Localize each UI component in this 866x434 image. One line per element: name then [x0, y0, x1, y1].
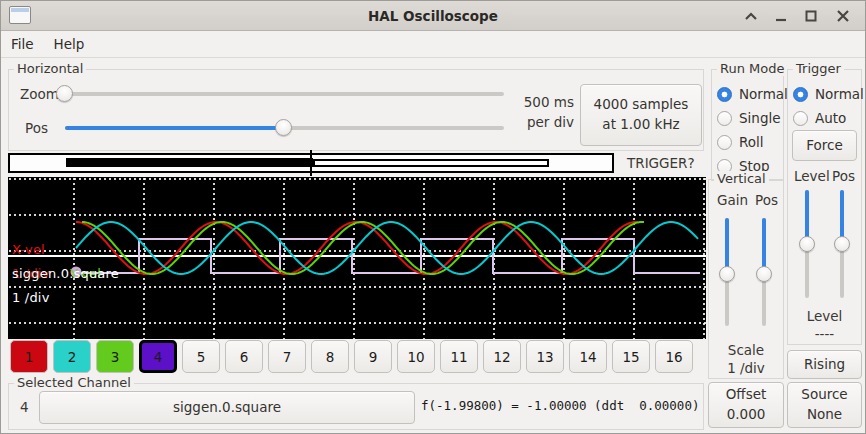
channel-button-13[interactable]: 13	[526, 340, 564, 373]
horizontal-group-label: Horizontal	[14, 61, 86, 76]
vertical-group: Vertical Gain Pos Scale 1 /div	[708, 179, 784, 379]
trigger-group-label: Trigger	[793, 61, 844, 76]
menu-file[interactable]: File	[1, 32, 44, 56]
hal-oscilloscope-window: HAL Oscilloscope File Help Horizontal Zo…	[0, 0, 866, 434]
vertical-gain-label: Gain	[717, 192, 748, 208]
force-trigger-button[interactable]: Force	[792, 130, 857, 161]
trigger-normal-label: Normal	[815, 86, 864, 102]
channel-button-1[interactable]: 1	[10, 340, 48, 373]
channel-source-label: siggen.0.square	[173, 398, 281, 418]
samples-button[interactable]: 4000 samples at 1.00 kHz	[580, 84, 702, 146]
timebase-value-line1: 500 ms	[512, 94, 574, 110]
offset-button-line2: 0.000	[727, 405, 766, 425]
samples-line2: at 1.00 kHz	[602, 115, 679, 135]
maximize-icon	[805, 10, 817, 22]
vertical-scale-value: 1 /div	[709, 360, 783, 376]
trace-y-vel	[82, 222, 644, 274]
source-button-line2: None	[807, 405, 842, 425]
horizontal-group: Horizontal Zoom Pos 500 ms per div 4000 …	[8, 69, 704, 151]
trigger-level-column-label: Level	[794, 168, 830, 184]
trigger-level-caption: Level	[788, 308, 861, 324]
record-pending-segment	[313, 159, 549, 167]
scope-canvas-svg	[8, 177, 706, 339]
channel-button-14[interactable]: 14	[569, 340, 607, 373]
trigger-level-value: ----	[788, 326, 861, 342]
selected-channel-group: Selected Channel 4 siggen.0.square f(-1.…	[8, 383, 704, 430]
trigger-auto-label: Auto	[815, 110, 846, 126]
trigger-radio-normal[interactable]: Normal	[793, 84, 864, 104]
close-icon	[837, 10, 849, 22]
trigger-source-button[interactable]: Source None	[787, 382, 862, 428]
channel-button-7[interactable]: 7	[268, 340, 306, 373]
pos-slider-label: Pos	[25, 120, 48, 136]
vertical-gain-slider[interactable]	[718, 216, 736, 328]
vertical-gain-handle[interactable]	[719, 266, 735, 282]
pos-slider-fill	[65, 126, 284, 130]
run-mode-group-label: Run Mode	[717, 61, 787, 76]
channel-button-12[interactable]: 12	[483, 340, 521, 373]
channel-row: 12345678910111213141516	[10, 340, 693, 373]
radio-selected-icon	[717, 87, 732, 102]
channel-button-15[interactable]: 15	[612, 340, 650, 373]
vertical-pos-slider[interactable]	[755, 216, 773, 328]
runmode-radio-single[interactable]: Single	[717, 108, 781, 128]
chevron-up-icon	[745, 12, 757, 20]
runmode-single-label: Single	[739, 110, 781, 126]
close-button[interactable]	[831, 4, 855, 28]
channel-button-16[interactable]: 16	[655, 340, 693, 373]
trigger-edge-button[interactable]: Rising	[787, 350, 862, 379]
selected-channel-number: 4	[20, 399, 29, 415]
samples-line1: 4000 samples	[594, 95, 689, 115]
vertical-offset-button[interactable]: Offset 0.000	[708, 382, 784, 428]
run-mode-group: Run Mode Normal Single Roll Stop	[711, 69, 784, 181]
scope-selected-channel-label: siggen.0.square	[12, 266, 119, 281]
record-filled-segment	[66, 158, 313, 167]
menubar: File Help	[1, 31, 865, 58]
source-button-line1: Source	[801, 385, 847, 405]
minimize-button[interactable]	[769, 4, 793, 28]
runmode-radio-normal[interactable]: Normal	[717, 84, 788, 104]
channel-button-5[interactable]: 5	[182, 340, 220, 373]
rising-button-label: Rising	[804, 355, 845, 375]
channel-button-11[interactable]: 11	[440, 340, 478, 373]
zoom-slider-label: Zoom	[20, 86, 59, 102]
runmode-roll-label: Roll	[739, 134, 764, 150]
timebase-value-line2: per div	[512, 114, 574, 130]
titlebar: HAL Oscilloscope	[1, 1, 865, 31]
runmode-radio-roll[interactable]: Roll	[717, 132, 764, 152]
vertical-group-label: Vertical	[714, 171, 769, 186]
vertical-scale-caption: Scale	[709, 342, 783, 358]
vertical-pos-handle[interactable]	[756, 266, 772, 282]
zoom-slider-handle[interactable]	[56, 85, 73, 102]
scope-display[interactable]: X-vel 1 /div Y-vel siggen.0.square 1 /di…	[8, 177, 706, 339]
trigger-position-marker[interactable]	[310, 150, 312, 176]
channel-button-2[interactable]: 2	[53, 340, 91, 373]
trigger-pos-handle[interactable]	[834, 236, 850, 252]
unshade-button[interactable]	[739, 4, 763, 28]
selected-channel-group-label: Selected Channel	[14, 375, 134, 390]
channel-button-3[interactable]: 3	[96, 340, 134, 373]
channel-source-button[interactable]: siggen.0.square	[39, 391, 415, 424]
window-title: HAL Oscilloscope	[1, 8, 865, 24]
channel-button-8[interactable]: 8	[311, 340, 349, 373]
channel-button-6[interactable]: 6	[225, 340, 263, 373]
horizontal-pos-slider[interactable]	[65, 119, 504, 137]
horizontal-zoom-slider[interactable]	[56, 85, 504, 103]
pos-slider-handle[interactable]	[275, 119, 292, 136]
trigger-level-slider[interactable]	[798, 188, 816, 300]
menu-help[interactable]: Help	[44, 32, 95, 56]
trigger-radio-auto[interactable]: Auto	[793, 108, 846, 128]
trigger-pos-column-label: Pos	[832, 168, 855, 184]
radio-icon	[793, 111, 808, 126]
zoom-slider-track[interactable]	[56, 92, 504, 96]
channel-button-10[interactable]: 10	[397, 340, 435, 373]
channel-button-4[interactable]: 4	[139, 340, 177, 373]
channel-button-9[interactable]: 9	[354, 340, 392, 373]
trigger-pos-slider[interactable]	[833, 188, 851, 300]
trigger-question-label: TRIGGER?	[627, 155, 695, 171]
runmode-normal-label: Normal	[739, 86, 788, 102]
trigger-level-handle[interactable]	[799, 236, 815, 252]
radio-selected-icon	[793, 87, 808, 102]
maximize-button[interactable]	[799, 4, 823, 28]
trigger-group: Trigger Normal Auto Force Level Pos Leve…	[787, 69, 862, 345]
